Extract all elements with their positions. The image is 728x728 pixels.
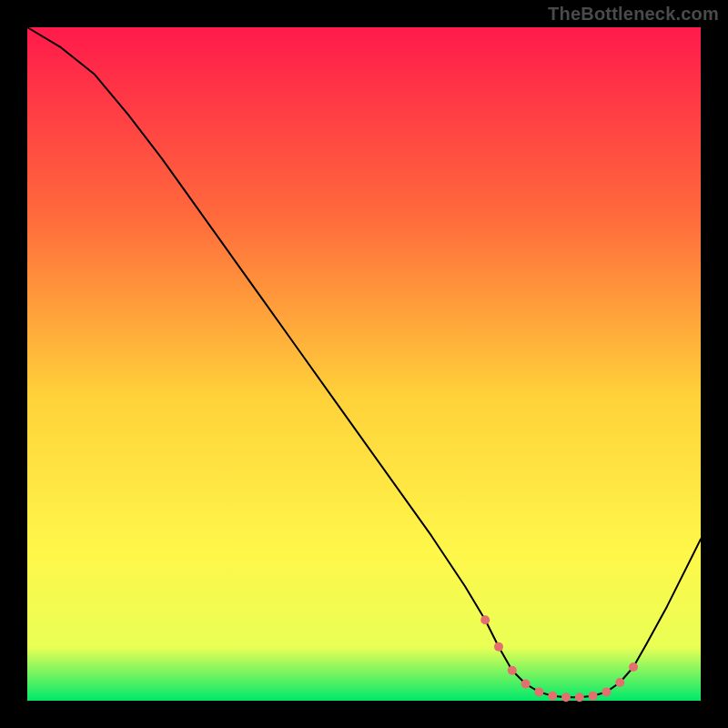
curve-marker: [521, 680, 531, 689]
curve-marker: [602, 687, 611, 696]
curve-marker: [575, 693, 584, 702]
curve-marker: [615, 678, 624, 687]
curve-marker: [548, 692, 557, 701]
curve-marker: [494, 642, 503, 652]
watermark-text: TheBottleneck.com: [548, 4, 719, 25]
curve-marker: [561, 693, 571, 702]
bottleneck-chart: [0, 0, 728, 728]
chart-frame: TheBottleneck.com: [0, 0, 728, 728]
curve-marker: [589, 692, 598, 701]
curve-marker: [629, 662, 638, 672]
curve-marker: [534, 687, 543, 696]
plot-background: [27, 27, 701, 701]
curve-marker: [480, 615, 490, 624]
curve-marker: [508, 666, 517, 675]
